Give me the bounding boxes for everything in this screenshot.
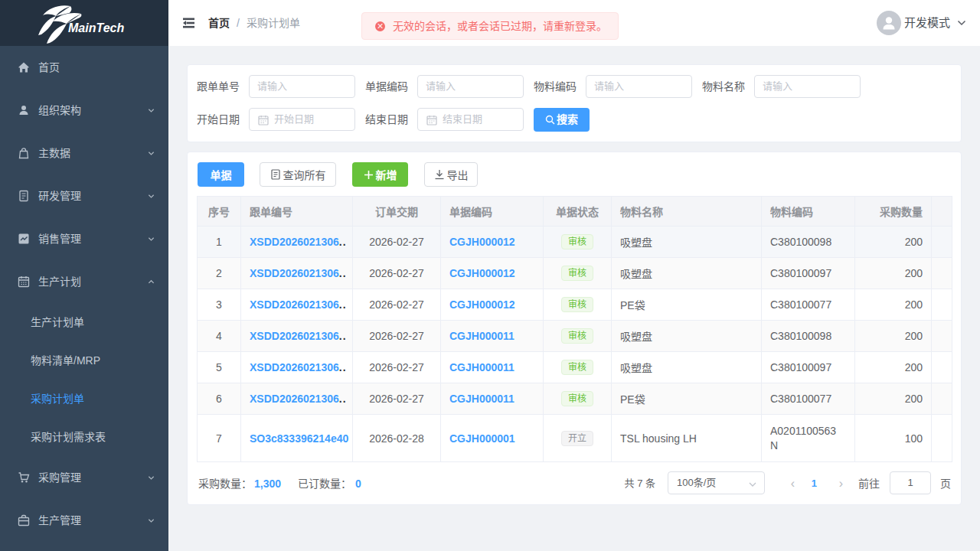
svg-text:MainTech: MainTech [68,21,124,34]
